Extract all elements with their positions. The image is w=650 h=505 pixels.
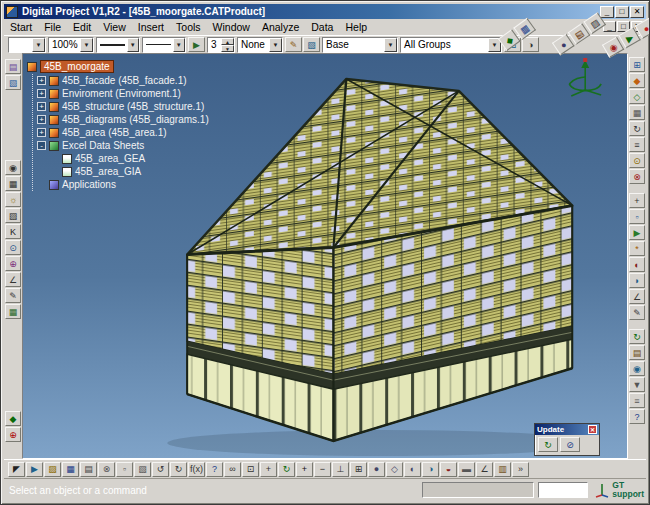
fit-all-icon[interactable]: ⊡ [242, 462, 259, 477]
interrupt-update-button[interactable]: ⊘ [560, 437, 580, 452]
toolbar-overflow-icon[interactable]: » [512, 462, 529, 477]
sticky-pad-icon[interactable]: ▤ [5, 59, 21, 74]
menu-view[interactable]: View [97, 21, 132, 33]
link-manager-icon[interactable]: ∞ [224, 462, 241, 477]
close-icon[interactable]: ✕ [588, 425, 597, 434]
spin-up-icon[interactable]: ▲ [221, 38, 234, 45]
constraint-icon[interactable]: ⊙ [629, 153, 645, 168]
tree-item-applications[interactable]: Applications [37, 178, 209, 191]
hide-show-icon[interactable]: ◑ [422, 462, 439, 477]
compass-tool-icon[interactable]: ◆ [5, 411, 21, 426]
depth-effect-icon[interactable]: ▨ [5, 208, 21, 223]
clash-icon[interactable]: ◐ [629, 257, 645, 272]
new-component-icon[interactable]: ⊞ [629, 57, 645, 72]
zoom-combo[interactable]: 100% ▼ [48, 37, 94, 53]
wireframe-icon[interactable]: ◇ [386, 462, 403, 477]
filter-icon[interactable]: ▼ [629, 377, 645, 392]
invert-filter-icon[interactable]: ◑ [522, 37, 539, 52]
tree-item-45b-area[interactable]: + 45B_area (45B_area.1) [37, 126, 209, 139]
tree-expander-icon[interactable]: + [37, 128, 46, 137]
update-all-button[interactable]: ↻ [538, 437, 558, 452]
measure-icon[interactable]: ∠ [5, 272, 21, 287]
chevron-down-icon[interactable]: ▼ [127, 38, 139, 52]
menu-help[interactable]: Help [339, 21, 373, 33]
menu-window[interactable]: Window [207, 21, 256, 33]
catalog-browser-icon[interactable]: ▥ [494, 462, 511, 477]
tree-item-45b-structure[interactable]: + 45B_structure (45B_structure.1) [37, 100, 209, 113]
menu-tools[interactable]: Tools [170, 21, 207, 33]
swap-space-icon[interactable]: ◒ [440, 462, 457, 477]
section-icon[interactable]: ◗ [629, 273, 645, 288]
dialog-prompt-field[interactable] [422, 482, 534, 498]
axis-system-icon[interactable]: ⊕ [5, 256, 21, 271]
tree-item-45b-facade[interactable]: + 45B_facade (45B_facade.1) [37, 74, 209, 87]
title-bar[interactable]: Digital Project V1,R2 - [45B_moorgate.CA… [4, 4, 646, 19]
open-icon[interactable]: ▨ [44, 462, 61, 477]
formula-icon[interactable]: f(x) [188, 462, 205, 477]
graphic-wizard-icon[interactable]: ▧ [303, 37, 320, 52]
tree-item-45b-area-gia[interactable]: 45B_area_GIA [50, 165, 209, 178]
zoom-out-icon[interactable]: − [314, 462, 331, 477]
tree-item-45b-area-gea[interactable]: 45B_area_GEA [50, 152, 209, 165]
publish-icon[interactable]: ◉ [629, 361, 645, 376]
painter-icon[interactable]: ✎ [285, 37, 302, 52]
help-icon[interactable]: ? [206, 462, 223, 477]
tree-expander-icon[interactable]: + [37, 89, 46, 98]
symbol-combo[interactable]: None ▼ [237, 37, 283, 53]
multi-view-icon[interactable]: ⊞ [350, 462, 367, 477]
close-button[interactable]: ✕ [630, 6, 644, 18]
update-dialog-titlebar[interactable]: Update ✕ [535, 424, 599, 435]
spin-down-icon[interactable]: ▼ [221, 45, 234, 52]
select-arrow-icon[interactable]: ◤ [8, 462, 25, 477]
tree-expander-icon[interactable]: + [37, 115, 46, 124]
graphic-style-combo[interactable]: ▼ [8, 37, 46, 53]
undo-icon[interactable]: ↺ [152, 462, 169, 477]
light-source-icon[interactable]: ☼ [5, 192, 21, 207]
3d-viewport[interactable]: 45B_moorgate + 45B_facade (45B_facade.1)… [22, 53, 628, 459]
camera-icon[interactable]: ◉ [5, 160, 21, 175]
catalog-icon[interactable]: ▤ [629, 345, 645, 360]
fix-constraint-icon[interactable]: ⊗ [629, 169, 645, 184]
chevron-down-icon[interactable]: ▼ [173, 38, 185, 52]
film-icon[interactable]: ▦ [5, 176, 21, 191]
cut-icon[interactable]: ⊗ [98, 462, 115, 477]
menu-analyze[interactable]: Analyze [256, 21, 305, 33]
menu-start[interactable]: Start [4, 21, 38, 33]
view-mode-combo[interactable]: Base ▼ [322, 37, 398, 53]
view-compass[interactable] [569, 58, 601, 96]
chevron-down-icon[interactable]: ▼ [384, 38, 397, 52]
line-weight-combo[interactable]: ▼ [142, 37, 186, 53]
pan-icon[interactable]: + [260, 462, 277, 477]
menu-file[interactable]: File [38, 21, 67, 33]
tree-item-enviroment[interactable]: + Enviroment (Enviroment.1) [37, 87, 209, 100]
tree-item-excel-data-sheets[interactable]: - Excel Data Sheets [37, 139, 209, 152]
redo-icon[interactable]: ↻ [170, 462, 187, 477]
measure-between-icon[interactable]: ∠ [476, 462, 493, 477]
explode-icon[interactable]: * [629, 241, 645, 256]
annotate-icon[interactable]: ✎ [629, 305, 645, 320]
menu-edit[interactable]: Edit [67, 21, 97, 33]
print-icon[interactable]: ▤ [80, 462, 97, 477]
grid-icon[interactable]: ▦ [5, 304, 21, 319]
tree-item-45b-diagrams[interactable]: + 45B_diagrams (45B_diagrams.1) [37, 113, 209, 126]
new-part-icon[interactable]: ◇ [629, 89, 645, 104]
minimize-button[interactable]: _ [600, 6, 614, 18]
chevron-down-icon[interactable]: ▼ [269, 38, 282, 52]
paste-icon[interactable]: ▧ [134, 462, 151, 477]
tree-root-label[interactable]: 45B_moorgate [40, 60, 114, 73]
replace-component-icon[interactable]: ↻ [629, 121, 645, 136]
line-type-combo[interactable]: ▼ [96, 37, 140, 53]
chevron-down-icon[interactable]: ▼ [32, 38, 45, 52]
distance-band-icon[interactable]: ∠ [629, 289, 645, 304]
graph-tree-icon[interactable]: ≡ [629, 137, 645, 152]
zoom-in-icon[interactable]: + [296, 462, 313, 477]
paint-properties-icon[interactable]: ▧ [5, 75, 21, 90]
copy-icon[interactable]: ▫ [116, 462, 133, 477]
new-product-icon[interactable]: ◆ [629, 73, 645, 88]
tree-expander-icon[interactable]: + [37, 76, 46, 85]
layers-icon[interactable]: ≡ [629, 393, 645, 408]
save-icon[interactable]: ▦ [62, 462, 79, 477]
normal-view-icon[interactable]: ⊥ [332, 462, 349, 477]
menu-insert[interactable]: Insert [132, 21, 170, 33]
chevron-down-icon[interactable]: ▼ [80, 38, 93, 52]
